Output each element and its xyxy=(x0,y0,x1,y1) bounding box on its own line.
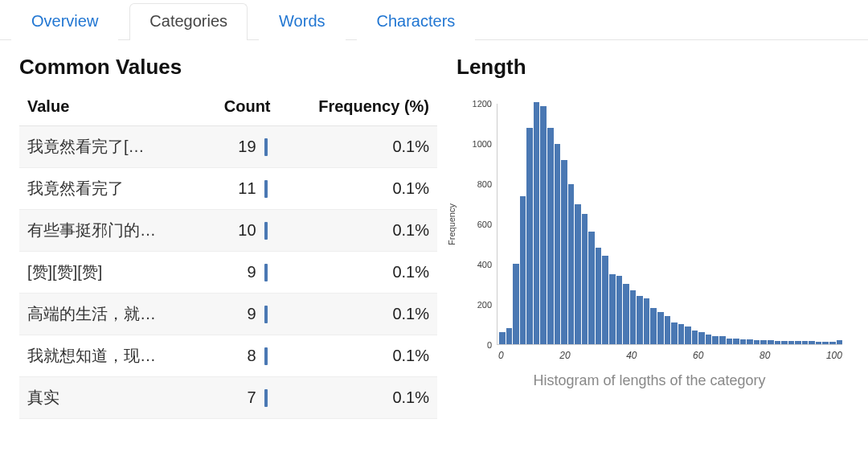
cell-count: 9 xyxy=(200,252,278,294)
chart-yaxis: Frequency 020040060080010001200 xyxy=(457,104,497,345)
chart-bar xyxy=(822,104,829,344)
chart-xtick: 100 xyxy=(826,350,842,361)
chart-bar xyxy=(727,104,733,344)
col-freq: Frequency (%) xyxy=(279,89,437,126)
chart-bar xyxy=(754,104,760,344)
chart-bar xyxy=(534,104,540,344)
chart-bar xyxy=(582,104,588,344)
chart-xtick: 20 xyxy=(559,350,570,361)
cell-count: 10 xyxy=(200,210,278,252)
cell-value: [赞][赞][赞] xyxy=(19,252,200,294)
chart-ytick: 0 xyxy=(487,340,492,350)
tab-words[interactable]: Words xyxy=(259,3,345,40)
chart-bar xyxy=(809,104,815,344)
cell-value: 高端的生活，就… xyxy=(19,294,200,335)
cell-freq: 0.1% xyxy=(279,126,437,168)
table-row: 有些事挺邪门的…100.1% xyxy=(19,210,437,252)
chart-bar xyxy=(795,104,801,344)
common-values-pane: Common Values Value Count Frequency (%) … xyxy=(19,51,437,419)
cell-value: 我就想知道，现… xyxy=(19,335,200,377)
cell-count: 19 xyxy=(200,126,278,168)
cell-value: 真实 xyxy=(19,377,200,419)
chart-bar xyxy=(657,104,664,344)
cell-freq: 0.1% xyxy=(279,252,437,294)
chart-caption: Histogram of lengths of the category xyxy=(457,372,842,389)
chart-bar xyxy=(602,104,608,344)
chart-ytick: 1000 xyxy=(473,139,492,149)
chart-bar xyxy=(520,104,526,344)
chart-ytick: 600 xyxy=(477,220,492,229)
length-title: Length xyxy=(457,55,849,80)
chart-bar xyxy=(698,104,705,344)
mini-bar-icon xyxy=(264,347,268,365)
chart-bar xyxy=(588,104,595,344)
chart-bar xyxy=(506,104,513,344)
chart-bar xyxy=(733,104,739,344)
chart-bar xyxy=(637,104,643,344)
chart-xtick: 40 xyxy=(626,350,637,361)
chart-bar xyxy=(802,104,809,344)
length-pane: Length Frequency 020040060080010001200 0… xyxy=(457,51,849,419)
cell-value: 我竟然看完了 xyxy=(19,168,200,210)
mini-bar-icon xyxy=(264,264,268,281)
common-values-title: Common Values xyxy=(19,55,437,80)
chart-bar xyxy=(596,104,602,344)
cell-freq: 0.1% xyxy=(279,210,437,252)
tab-categories[interactable]: Categories xyxy=(129,3,248,40)
mini-bar-icon xyxy=(264,306,268,323)
mini-bar-icon xyxy=(264,222,268,240)
cell-count: 11 xyxy=(200,168,278,210)
chart-ytick: 200 xyxy=(477,300,492,310)
table-row: 高端的生活，就…90.1% xyxy=(19,294,437,335)
chart-bar xyxy=(706,104,712,344)
table-row: 我竟然看完了110.1% xyxy=(19,168,437,210)
chart-bar xyxy=(768,104,774,344)
chart-ytick: 800 xyxy=(477,179,492,189)
chart-bars xyxy=(497,104,842,345)
chart-bar xyxy=(575,104,581,344)
chart-bar xyxy=(547,104,554,344)
table-row: 我竟然看完了[…190.1% xyxy=(19,126,437,168)
tab-overview[interactable]: Overview xyxy=(11,3,118,40)
cell-value: 有些事挺邪门的… xyxy=(19,210,200,252)
chart-bar xyxy=(781,104,788,344)
table-row: 真实70.1% xyxy=(19,377,437,419)
chart-bar xyxy=(788,104,795,344)
chart-bar xyxy=(644,104,650,344)
chart-bar xyxy=(829,104,836,344)
chart-bar xyxy=(712,104,719,344)
chart-bar xyxy=(540,104,547,344)
tabs-bar: Overview Categories Words Characters xyxy=(0,0,868,40)
chart-bar xyxy=(526,104,533,344)
cell-freq: 0.1% xyxy=(279,294,437,335)
cell-freq: 0.1% xyxy=(279,168,437,210)
cell-freq: 0.1% xyxy=(279,377,437,419)
chart-bar xyxy=(740,104,747,344)
col-count: Count xyxy=(200,89,278,126)
cell-count: 8 xyxy=(200,335,278,377)
tab-characters[interactable]: Characters xyxy=(357,3,476,40)
chart-bar xyxy=(616,104,623,344)
chart-xaxis: 020406080100 xyxy=(498,345,842,361)
col-value: Value xyxy=(19,89,200,126)
common-values-table: Value Count Frequency (%) 我竟然看完了[…190.1%… xyxy=(19,89,437,419)
chart-xtick: 60 xyxy=(693,350,703,361)
chart-bar xyxy=(692,104,698,344)
chart-bar xyxy=(678,104,685,344)
mini-bar-icon xyxy=(264,138,268,156)
chart-bar xyxy=(719,104,726,344)
chart-bar xyxy=(568,104,575,344)
chart-ylabel: Frequency xyxy=(447,203,457,245)
cell-freq: 0.1% xyxy=(279,335,437,377)
chart-xtick: 80 xyxy=(760,350,770,361)
chart-bar xyxy=(816,104,822,344)
mini-bar-icon xyxy=(264,180,268,198)
table-row: 我就想知道，现…80.1% xyxy=(19,335,437,377)
chart-bar xyxy=(665,104,671,344)
chart-bar xyxy=(561,104,567,344)
chart-ytick: 400 xyxy=(477,260,492,269)
chart-bar xyxy=(775,104,781,344)
chart-bar xyxy=(630,104,637,344)
chart-xtick: 0 xyxy=(498,350,504,361)
mini-bar-icon xyxy=(264,389,268,407)
